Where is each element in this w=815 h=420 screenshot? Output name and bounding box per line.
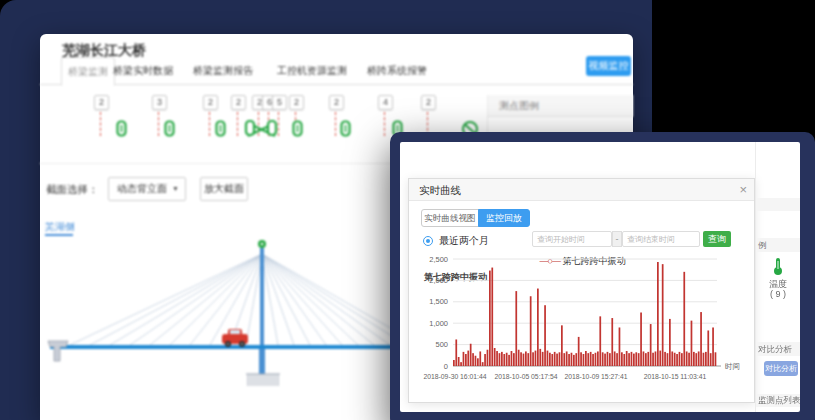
svg-text:时间: 时间	[725, 362, 740, 371]
tab-curve-view[interactable]: 实时曲线视图	[421, 209, 479, 227]
realtime-curve-window: 实时曲线 × 实时曲线视图 监控回放 最近两个月 - 查询 —○— 第七跨跨中振…	[390, 132, 815, 420]
section-select-label: 截面选择：	[46, 177, 99, 201]
sidebar-divider	[755, 142, 756, 412]
close-icon[interactable]: ×	[739, 179, 747, 201]
sensor-count-badge[interactable]: 2	[94, 95, 109, 110]
radio-label: 最近两个月	[439, 234, 489, 248]
sensor-count-badge[interactable]: 3	[152, 95, 167, 110]
sensor-count-badge[interactable]: 2	[421, 95, 436, 110]
sidebar-legend-header: 例	[756, 238, 800, 252]
sensor-dashed-line	[209, 112, 210, 136]
compare-analysis-button[interactable]: 对比分析	[764, 361, 798, 376]
sensor-dashed-line	[158, 112, 159, 136]
bearing-sensor-cluster-icon[interactable]	[244, 118, 280, 140]
dialog-header: 实时曲线 ×	[409, 179, 754, 201]
svg-text:2018-10-09 15:27:41: 2018-10-09 15:27:41	[564, 373, 627, 380]
svg-text:2018-10-15 11:03:41: 2018-10-15 11:03:41	[644, 373, 707, 380]
query-end-time-input[interactable]	[622, 231, 700, 247]
backdrop-black-area	[652, 0, 815, 150]
svg-text:1,500: 1,500	[429, 297, 448, 306]
section-select[interactable]: 动态背立面 ▼	[108, 177, 186, 201]
tab-5[interactable]: 桥跨系统报警	[367, 64, 427, 84]
sidebar-clipped-bar	[756, 198, 800, 211]
modal-page: 实时曲线 × 实时曲线视图 监控回放 最近两个月 - 查询 —○— 第七跨跨中振…	[400, 142, 800, 412]
sensor-count-badge[interactable]: 2	[203, 95, 218, 110]
recent-two-months-radio[interactable]	[423, 236, 433, 246]
tab-bar	[40, 84, 633, 85]
vibration-chart: 05001,0001,5002,0002,5002018-09-30 16:01…	[409, 253, 754, 403]
chain-sensor-icon[interactable]	[291, 120, 304, 137]
query-start-time-input[interactable]	[532, 231, 612, 247]
video-monitor-button[interactable]: 视频监控	[586, 56, 631, 76]
sensor-dashed-line	[384, 112, 385, 136]
chain-sensor-icon[interactable]	[163, 120, 176, 137]
sensor-count-badge[interactable]: 2	[289, 95, 304, 110]
tab-2[interactable]: 桥梁实时数据	[113, 64, 173, 84]
sensor-count-badge[interactable]: 5	[272, 95, 287, 110]
tab-4[interactable]: 工控机资源监测	[277, 64, 347, 84]
realtime-curve-dialog: 实时曲线 × 实时曲线视图 监控回放 最近两个月 - 查询 —○— 第七跨跨中振…	[408, 178, 755, 403]
dialog-title: 实时曲线	[419, 179, 461, 201]
chain-sensor-icon[interactable]	[115, 120, 128, 137]
thermometer-icon	[771, 256, 785, 276]
bridge-foundation	[246, 374, 280, 386]
temperature-count: ( 9 )	[756, 289, 800, 299]
screen: 芜湖长江大桥 桥梁监测桥梁实时数据桥梁监测报告工控机资源监测桥跨系统报警 视频监…	[0, 0, 815, 420]
tab-3[interactable]: 桥梁监测报告	[193, 64, 253, 84]
chain-sensor-icon[interactable]	[339, 120, 352, 137]
car-icon	[222, 329, 248, 347]
svg-text:2018-09-30 16:01:44: 2018-09-30 16:01:44	[423, 373, 486, 380]
sensor-dashed-line	[100, 112, 101, 136]
svg-text:1,000: 1,000	[429, 319, 448, 328]
sensor-count-badge[interactable]: 2	[329, 95, 344, 110]
point-list-header: 监测点列表	[756, 394, 800, 407]
chevron-down-icon: ▼	[172, 178, 179, 200]
point-legend-header: 测点图例	[488, 95, 633, 117]
sensor-dashed-line	[237, 112, 238, 136]
tab-monitor-playback[interactable]: 监控回放	[478, 209, 530, 227]
compare-analysis-header: 对比分析	[756, 342, 800, 356]
bridge-abutment	[48, 341, 68, 361]
query-button[interactable]: 查询	[703, 231, 731, 247]
date-range-separator: -	[612, 231, 622, 247]
svg-text:2018-10-05 05:17:54: 2018-10-05 05:17:54	[494, 373, 557, 380]
svg-text:2,500: 2,500	[429, 255, 448, 264]
tab-1[interactable]: 桥梁监测	[61, 57, 115, 86]
chain-sensor-icon[interactable]	[214, 120, 227, 137]
svg-text:0: 0	[444, 362, 448, 371]
svg-text:500: 500	[435, 340, 448, 349]
section-select-value: 动态背立面	[117, 183, 167, 194]
sensor-count-badge[interactable]: 2	[231, 95, 246, 110]
sensor-count-badge[interactable]: 4	[378, 95, 393, 110]
enlarge-section-button[interactable]: 放大截面	[200, 177, 248, 201]
sensor-dashed-line	[335, 112, 336, 136]
svg-text:2,000: 2,000	[429, 276, 448, 285]
